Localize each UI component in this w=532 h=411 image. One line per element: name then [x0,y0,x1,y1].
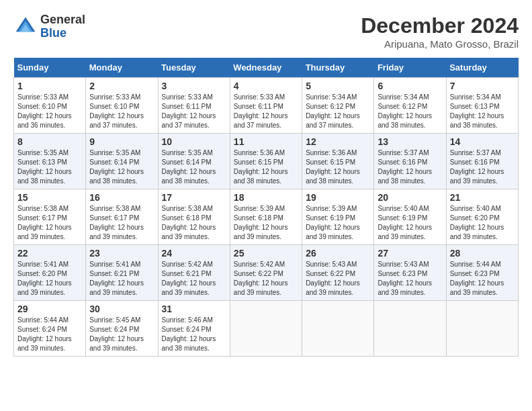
day-number: 4 [234,81,298,91]
calendar-cell: 5Sunrise: 5:34 AM Sunset: 6:12 PM Daylig… [302,78,374,134]
calendar-cell: 10Sunrise: 5:35 AM Sunset: 6:14 PM Dayli… [158,134,230,189]
day-number: 23 [89,248,154,259]
title-area: December 2024 Aripuana, Mato Grosso, Bra… [361,13,519,50]
day-info: Sunrise: 5:42 AM Sunset: 6:21 PM Dayligh… [162,260,226,298]
calendar-cell: 26Sunrise: 5:43 AM Sunset: 6:22 PM Dayli… [302,245,374,301]
day-number: 5 [306,81,370,91]
day-info: Sunrise: 5:33 AM Sunset: 6:11 PM Dayligh… [234,93,298,130]
week-row-1: 1Sunrise: 5:33 AM Sunset: 6:10 PM Daylig… [14,78,519,134]
days-header-row: SundayMondayTuesdayWednesdayThursdayFrid… [14,58,519,78]
day-number: 16 [89,192,154,203]
calendar-cell: 29Sunrise: 5:44 AM Sunset: 6:24 PM Dayli… [14,301,86,357]
day-info: Sunrise: 5:46 AM Sunset: 6:24 PM Dayligh… [162,316,226,353]
day-info: Sunrise: 5:36 AM Sunset: 6:15 PM Dayligh… [234,148,298,186]
calendar-cell: 18Sunrise: 5:39 AM Sunset: 6:18 PM Dayli… [230,189,302,245]
day-info: Sunrise: 5:35 AM Sunset: 6:14 PM Dayligh… [162,148,226,186]
day-number: 31 [162,304,226,314]
day-number: 17 [162,192,226,203]
day-info: Sunrise: 5:38 AM Sunset: 6:17 PM Dayligh… [17,204,82,242]
day-header-sunday: Sunday [14,58,86,78]
day-number: 24 [162,248,226,259]
calendar-cell: 6Sunrise: 5:34 AM Sunset: 6:12 PM Daylig… [374,78,446,134]
day-number: 1 [17,81,82,91]
calendar-cell: 25Sunrise: 5:42 AM Sunset: 6:22 PM Dayli… [230,245,302,301]
week-row-5: 29Sunrise: 5:44 AM Sunset: 6:24 PM Dayli… [14,301,519,357]
day-info: Sunrise: 5:39 AM Sunset: 6:18 PM Dayligh… [234,204,298,242]
day-info: Sunrise: 5:34 AM Sunset: 6:12 PM Dayligh… [306,93,370,130]
calendar-cell: 12Sunrise: 5:36 AM Sunset: 6:15 PM Dayli… [302,134,374,189]
day-info: Sunrise: 5:33 AM Sunset: 6:10 PM Dayligh… [17,93,82,130]
calendar-cell: 27Sunrise: 5:43 AM Sunset: 6:23 PM Dayli… [374,245,446,301]
day-info: Sunrise: 5:44 AM Sunset: 6:23 PM Dayligh… [450,260,515,298]
day-number: 22 [17,248,82,259]
month-title: December 2024 [361,13,519,38]
day-header-wednesday: Wednesday [230,58,302,78]
day-info: Sunrise: 5:44 AM Sunset: 6:24 PM Dayligh… [17,316,82,353]
day-info: Sunrise: 5:33 AM Sunset: 6:10 PM Dayligh… [89,93,154,130]
day-number: 29 [17,304,82,314]
day-info: Sunrise: 5:42 AM Sunset: 6:22 PM Dayligh… [234,260,298,298]
day-info: Sunrise: 5:39 AM Sunset: 6:19 PM Dayligh… [306,204,370,242]
day-header-monday: Monday [86,58,158,78]
day-info: Sunrise: 5:34 AM Sunset: 6:12 PM Dayligh… [378,93,442,130]
calendar-cell: 7Sunrise: 5:34 AM Sunset: 6:13 PM Daylig… [446,78,518,134]
calendar-cell: 31Sunrise: 5:46 AM Sunset: 6:24 PM Dayli… [158,301,230,357]
day-number: 21 [450,192,515,203]
calendar-cell: 23Sunrise: 5:41 AM Sunset: 6:21 PM Dayli… [86,245,158,301]
day-number: 12 [306,136,370,147]
day-info: Sunrise: 5:37 AM Sunset: 6:16 PM Dayligh… [378,148,442,186]
calendar-cell: 21Sunrise: 5:40 AM Sunset: 6:20 PM Dayli… [446,189,518,245]
day-number: 18 [234,192,298,203]
logo-text: General Blue [40,13,85,40]
day-number: 6 [378,81,442,91]
day-info: Sunrise: 5:33 AM Sunset: 6:11 PM Dayligh… [162,93,226,130]
day-header-tuesday: Tuesday [158,58,230,78]
day-info: Sunrise: 5:45 AM Sunset: 6:24 PM Dayligh… [89,316,154,353]
day-info: Sunrise: 5:35 AM Sunset: 6:13 PM Dayligh… [17,148,82,186]
day-header-thursday: Thursday [302,58,374,78]
calendar-cell: 13Sunrise: 5:37 AM Sunset: 6:16 PM Dayli… [374,134,446,189]
day-header-saturday: Saturday [446,58,518,78]
header: General Blue December 2024 Aripuana, Mat… [13,13,519,50]
calendar-cell: 4Sunrise: 5:33 AM Sunset: 6:11 PM Daylig… [230,78,302,134]
calendar-cell [302,301,374,357]
day-number: 20 [378,192,442,203]
day-info: Sunrise: 5:38 AM Sunset: 6:17 PM Dayligh… [89,204,154,242]
day-info: Sunrise: 5:38 AM Sunset: 6:18 PM Dayligh… [162,204,226,242]
day-number: 28 [450,248,515,259]
day-number: 13 [378,136,442,147]
calendar-cell: 22Sunrise: 5:41 AM Sunset: 6:20 PM Dayli… [14,245,86,301]
logo: General Blue [13,13,85,40]
calendar-cell: 20Sunrise: 5:40 AM Sunset: 6:19 PM Dayli… [374,189,446,245]
day-number: 9 [89,136,154,147]
week-row-3: 15Sunrise: 5:38 AM Sunset: 6:17 PM Dayli… [14,189,519,245]
calendar-cell: 8Sunrise: 5:35 AM Sunset: 6:13 PM Daylig… [14,134,86,189]
day-info: Sunrise: 5:41 AM Sunset: 6:20 PM Dayligh… [17,260,82,298]
day-info: Sunrise: 5:40 AM Sunset: 6:19 PM Dayligh… [378,204,442,242]
calendar-cell: 28Sunrise: 5:44 AM Sunset: 6:23 PM Dayli… [446,245,518,301]
calendar-cell: 3Sunrise: 5:33 AM Sunset: 6:11 PM Daylig… [158,78,230,134]
day-info: Sunrise: 5:43 AM Sunset: 6:23 PM Dayligh… [378,260,442,298]
calendar-cell: 15Sunrise: 5:38 AM Sunset: 6:17 PM Dayli… [14,189,86,245]
day-header-friday: Friday [374,58,446,78]
calendar-cell [446,301,518,357]
logo-icon [13,15,38,39]
calendar-table: SundayMondayTuesdayWednesdayThursdayFrid… [13,58,519,357]
day-number: 10 [162,136,226,147]
location: Aripuana, Mato Grosso, Brazil [361,38,519,50]
calendar-cell: 14Sunrise: 5:37 AM Sunset: 6:16 PM Dayli… [446,134,518,189]
day-number: 19 [306,192,370,203]
calendar-cell: 17Sunrise: 5:38 AM Sunset: 6:18 PM Dayli… [158,189,230,245]
day-info: Sunrise: 5:36 AM Sunset: 6:15 PM Dayligh… [306,148,370,186]
logo-general-text: General [40,13,85,26]
day-number: 30 [89,304,154,314]
calendar-cell: 2Sunrise: 5:33 AM Sunset: 6:10 PM Daylig… [86,78,158,134]
logo-blue-text: Blue [40,26,66,40]
calendar-cell: 9Sunrise: 5:35 AM Sunset: 6:14 PM Daylig… [86,134,158,189]
calendar-cell [230,301,302,357]
calendar-cell: 24Sunrise: 5:42 AM Sunset: 6:21 PM Dayli… [158,245,230,301]
calendar-cell: 19Sunrise: 5:39 AM Sunset: 6:19 PM Dayli… [302,189,374,245]
week-row-4: 22Sunrise: 5:41 AM Sunset: 6:20 PM Dayli… [14,245,519,301]
week-row-2: 8Sunrise: 5:35 AM Sunset: 6:13 PM Daylig… [14,134,519,189]
day-number: 14 [450,136,515,147]
